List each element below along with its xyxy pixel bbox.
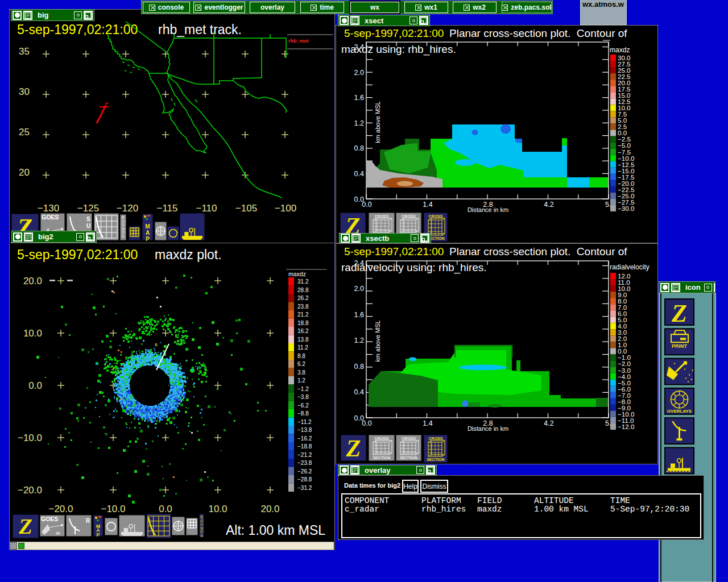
svg-text:0.0: 0.0 bbox=[159, 504, 172, 514]
svg-text:−130: −130 bbox=[38, 203, 59, 214]
svg-text:26.2: 26.2 bbox=[297, 295, 309, 301]
svg-text:rhb_met track.: rhb_met track. bbox=[158, 22, 242, 37]
svg-text:−31.2: −31.2 bbox=[297, 485, 312, 491]
svg-text:km above MSL: km above MSL bbox=[374, 101, 381, 143]
svg-text:−100: −100 bbox=[275, 203, 296, 214]
svg-text:1.2: 1.2 bbox=[354, 336, 364, 344]
svg-text:20: 20 bbox=[19, 167, 30, 178]
svg-text:23.8: 23.8 bbox=[297, 304, 309, 310]
svg-text:S: S bbox=[122, 234, 125, 238]
svg-text:13.8: 13.8 bbox=[297, 336, 309, 343]
svg-text:S: S bbox=[200, 534, 203, 538]
svg-text:5-sep-1997,02:21:00: 5-sep-1997,02:21:00 bbox=[17, 247, 138, 262]
svg-text:21.2: 21.2 bbox=[297, 311, 309, 318]
svg-text:4.2: 4.2 bbox=[544, 201, 553, 209]
svg-text:SECTION: SECTION bbox=[400, 456, 417, 460]
svg-text:M: M bbox=[145, 223, 150, 230]
svg-text:−11.2: −11.2 bbox=[297, 419, 312, 425]
svg-text:18.8: 18.8 bbox=[297, 320, 309, 326]
svg-text:−110: −110 bbox=[196, 203, 217, 214]
svg-text:IR: IR bbox=[56, 531, 60, 536]
svg-text:PRINT: PRINT bbox=[672, 343, 688, 349]
svg-text:−26.2: −26.2 bbox=[297, 468, 312, 475]
svg-text:5-sep-1997,02:21:00: 5-sep-1997,02:21:00 bbox=[17, 22, 138, 37]
svg-text:3.8: 3.8 bbox=[297, 369, 305, 376]
svg-text:−120: −120 bbox=[117, 203, 138, 214]
svg-text:−30.0: −30.0 bbox=[618, 205, 634, 212]
svg-text:Planar cross-section plot. Co: Planar cross-section plot. Contour of bbox=[449, 246, 627, 257]
svg-text:−10.0: −10.0 bbox=[101, 504, 125, 514]
svg-text:5.: 5. bbox=[605, 419, 611, 427]
svg-text:0.0: 0.0 bbox=[362, 201, 371, 209]
svg-text:2.0: 2.0 bbox=[354, 69, 364, 77]
svg-text:maxdz using: rhb_hires.: maxdz using: rhb_hires. bbox=[341, 43, 456, 56]
svg-text:2.0: 2.0 bbox=[354, 285, 364, 293]
svg-text:1.2: 1.2 bbox=[297, 377, 305, 384]
svg-text:−23.8: −23.8 bbox=[297, 460, 312, 466]
svg-text:CROSS: CROSS bbox=[429, 436, 443, 440]
svg-text:CROSS: CROSS bbox=[375, 436, 389, 440]
svg-text:Z: Z bbox=[18, 514, 32, 538]
svg-text:Z: Z bbox=[346, 435, 361, 462]
svg-text:−3.8: −3.8 bbox=[297, 394, 309, 400]
svg-text:0.4: 0.4 bbox=[354, 388, 364, 396]
svg-text:−115: −115 bbox=[156, 203, 177, 214]
svg-text:30: 30 bbox=[19, 86, 30, 97]
svg-text:Z: Z bbox=[671, 300, 687, 327]
svg-text:31.2: 31.2 bbox=[297, 278, 309, 285]
svg-text:5-sep-1997,02:21:00: 5-sep-1997,02:21:00 bbox=[344, 246, 444, 257]
svg-text:U: U bbox=[86, 223, 90, 229]
svg-text:28.8: 28.8 bbox=[297, 287, 309, 293]
svg-text:16.2: 16.2 bbox=[297, 328, 309, 334]
svg-text:SECTION: SECTION bbox=[427, 458, 444, 462]
svg-text:6.2: 6.2 bbox=[297, 361, 305, 367]
svg-text:20.0: 20.0 bbox=[23, 276, 42, 286]
svg-text:S: S bbox=[86, 216, 90, 222]
svg-text:GOES: GOES bbox=[42, 214, 59, 221]
svg-text:5.: 5. bbox=[605, 201, 611, 209]
svg-text:11.2: 11.2 bbox=[297, 344, 308, 351]
svg-text:Planar cross-section plot. Co: Planar cross-section plot. Contour of bbox=[449, 27, 627, 39]
svg-text:−8.8: −8.8 bbox=[297, 410, 309, 417]
svg-text:−16.2: −16.2 bbox=[297, 435, 312, 442]
svg-text:0.8: 0.8 bbox=[354, 144, 364, 152]
svg-text:−125: −125 bbox=[77, 203, 99, 214]
svg-text:A: A bbox=[146, 230, 150, 236]
svg-text:maxdz: maxdz bbox=[288, 271, 306, 277]
svg-text:10.0: 10.0 bbox=[23, 328, 42, 339]
svg-text:SECTION: SECTION bbox=[373, 456, 390, 460]
svg-text:25: 25 bbox=[19, 127, 30, 138]
svg-text:1.2: 1.2 bbox=[354, 119, 364, 127]
svg-text:P: P bbox=[146, 236, 150, 242]
svg-text:−6.2: −6.2 bbox=[297, 402, 309, 409]
svg-text:radialvelocity: radialvelocity bbox=[610, 263, 650, 271]
svg-text:−105: −105 bbox=[235, 203, 257, 214]
svg-text:1.6: 1.6 bbox=[354, 94, 364, 102]
svg-text:−20.0: −20.0 bbox=[48, 504, 73, 514]
svg-text:−21.2: −21.2 bbox=[297, 452, 312, 458]
svg-text:5-sep-1997,02:21:00: 5-sep-1997,02:21:00 bbox=[344, 27, 444, 39]
svg-text:maxdz: maxdz bbox=[610, 46, 630, 54]
svg-text:−20.0: −20.0 bbox=[18, 485, 42, 496]
svg-text:−12.0: −12.0 bbox=[618, 423, 634, 430]
svg-text:20.0: 20.0 bbox=[260, 504, 279, 514]
svg-text:R: R bbox=[86, 518, 90, 524]
svg-text:CROSS: CROSS bbox=[429, 214, 443, 218]
svg-text:−1.2: −1.2 bbox=[297, 386, 309, 392]
svg-text:km above MSL: km above MSL bbox=[374, 320, 381, 361]
svg-text:rhb_met: rhb_met bbox=[288, 38, 309, 44]
svg-text:8.8: 8.8 bbox=[297, 353, 305, 359]
svg-text:1.4: 1.4 bbox=[423, 419, 432, 427]
svg-text:−13.8: −13.8 bbox=[297, 427, 312, 433]
svg-text:−18.8: −18.8 bbox=[297, 443, 312, 450]
svg-text:4.2: 4.2 bbox=[544, 419, 553, 427]
svg-text:0.0: 0.0 bbox=[362, 419, 371, 427]
svg-text:35: 35 bbox=[19, 46, 30, 57]
svg-text:CROSS: CROSS bbox=[402, 214, 416, 218]
svg-text:GOES: GOES bbox=[41, 516, 58, 522]
svg-text:0.4: 0.4 bbox=[354, 170, 364, 178]
svg-text:radialvelocity using: rhb_hire: radialvelocity using: rhb_hires. bbox=[341, 261, 487, 274]
svg-text:OVERLAYS: OVERLAYS bbox=[667, 409, 692, 414]
svg-text:Alt: 1.00 km MSL: Alt: 1.00 km MSL bbox=[226, 523, 325, 538]
svg-text:P: P bbox=[97, 532, 100, 538]
